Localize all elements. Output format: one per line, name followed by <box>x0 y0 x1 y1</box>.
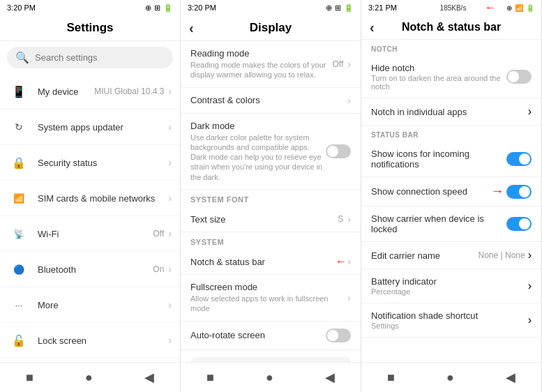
settings-menu-list: 📱 My device MIUI Global 10.4.3 › ↻ Syste… <box>0 74 180 362</box>
wifi-sublabel: Off <box>153 229 165 239</box>
status-icons-3: ⊕ 📶 🔋 <box>506 4 534 12</box>
reading-mode-chevron: › <box>347 59 351 70</box>
nav-square-2[interactable]: ■ <box>206 370 214 385</box>
notch-individual-chevron: › <box>528 105 532 118</box>
show-icons-toggle[interactable] <box>506 152 532 166</box>
nav-back-3[interactable]: ◀ <box>506 370 515 385</box>
display-notch-statusbar[interactable]: Notch & status bar › ← <box>181 249 361 275</box>
nav-square-1[interactable]: ■ <box>26 370 33 385</box>
time-3: 3:21 PM <box>368 3 397 12</box>
menu-item-sysapps[interactable]: ↻ System apps updater › <box>0 110 180 145</box>
menu-item-sim[interactable]: 📶 SIM cards & mobile networks › <box>0 181 180 216</box>
dark-mode-title: Dark mode <box>190 121 326 131</box>
fullscreen-title: Fullscreen mode <box>190 282 347 292</box>
wifi-label: Wi-Fi <box>38 229 153 239</box>
nav-back-2[interactable]: ◀ <box>325 370 335 385</box>
menu-item-security[interactable]: 🔒 Security status › <box>0 145 180 181</box>
shade-shortcut-title: Notification shade shortcut <box>371 310 528 321</box>
connection-speed-toggle[interactable] <box>506 185 532 199</box>
display-panel: 3:20 PM ⊕ ⊞ 🔋 ‹ Display Reading mode Rea… <box>181 0 361 392</box>
menu-item-more[interactable]: ··· More › <box>0 287 180 323</box>
nav-back-1[interactable]: ◀ <box>144 370 154 385</box>
text-size-val: S <box>338 214 343 224</box>
sim-label: SIM cards & mobile networks <box>38 193 168 204</box>
settings-title: Settings <box>0 15 180 41</box>
mydevice-chevron: › <box>168 86 172 97</box>
notch-connection-speed[interactable]: Show connection speed → <box>361 177 541 206</box>
menu-item-lockscreen[interactable]: 🔓 Lock screen › <box>0 323 180 359</box>
display-dark-mode[interactable]: Dark mode Use darker color palette for s… <box>181 114 361 190</box>
mydevice-icon: 📱 <box>8 81 29 102</box>
shade-shortcut-desc: Settings <box>371 322 528 330</box>
reading-mode-val: Off <box>333 59 344 69</box>
status-bar-3: 3:21 PM 185KB/s ← ⊕ 📶 🔋 <box>361 0 541 15</box>
notch-individual-apps[interactable]: Notch in individual apps › <box>361 98 541 126</box>
notch-show-icons[interactable]: Show icons for incoming notifications <box>361 142 541 177</box>
wifi-icon: 📡 <box>8 223 29 244</box>
notch-carrier-locked[interactable]: Show carrier when device is locked <box>361 206 541 242</box>
section-system: SYSTEM <box>181 232 361 249</box>
bluetooth-chevron: › <box>168 264 172 275</box>
reading-mode-desc: Reading mode makes the colors of your di… <box>190 60 333 80</box>
nav-circle-1[interactable]: ● <box>85 370 93 385</box>
sysapps-icon: ↻ <box>8 116 29 137</box>
text-size-title: Text size <box>190 214 338 225</box>
lockscreen-label: Lock screen <box>38 336 168 346</box>
edit-carrier-val: None | None <box>479 250 525 260</box>
mydevice-label: My device <box>38 86 94 97</box>
notch-back-button[interactable]: ‹ <box>370 20 375 36</box>
reading-mode-title: Reading mode <box>190 48 333 59</box>
search-bar[interactable]: 🔍 <box>7 47 173 68</box>
carrier-locked-toggle[interactable] <box>506 217 532 231</box>
wifi-chevron: › <box>168 228 172 239</box>
notch-statusbar-chevron: › <box>347 256 351 267</box>
notch-hide[interactable]: Hide notch Turn on to darken the area ar… <box>361 56 541 98</box>
autorotate-title: Auto-rotate screen <box>190 330 326 340</box>
menu-item-mydevice[interactable]: 📱 My device MIUI Global 10.4.3 › <box>0 74 180 110</box>
search-input[interactable] <box>35 52 165 63</box>
bt-icon-2: ⊕ <box>326 3 332 13</box>
display-text-size[interactable]: Text size S › <box>181 206 361 232</box>
display-fullscreen[interactable]: Fullscreen mode Allow selected apps to w… <box>181 275 361 322</box>
display-autorotate[interactable]: Auto-rotate screen <box>181 322 361 350</box>
notch-edit-carrier[interactable]: Edit carrier name None | None › <box>361 242 541 269</box>
signal-icon: ⊞ <box>154 3 160 13</box>
hide-notch-toggle[interactable] <box>506 70 532 84</box>
notch-battery-indicator[interactable]: Battery indicator Percentage › <box>361 269 541 303</box>
connection-speed-title: Show connection speed <box>371 186 491 197</box>
nav-circle-2[interactable]: ● <box>266 370 273 385</box>
settings-panel: 3:20 PM ⊕ ⊞ 🔋 Settings 🔍 📱 My device MIU… <box>0 0 181 392</box>
display-reading-mode[interactable]: Reading mode Reading mode makes the colo… <box>181 41 361 88</box>
time-2: 3:20 PM <box>188 3 216 12</box>
security-icon: 🔒 <box>8 152 29 173</box>
battery-indicator-chevron: › <box>528 280 532 292</box>
display-header: ‹ Display <box>181 15 361 41</box>
speed-3: 185KB/s <box>440 4 467 12</box>
bottom-nav-2: ■ ● ◀ <box>181 362 361 392</box>
notch-statusbar-title: Notch & status bar <box>190 257 347 267</box>
section-system-font: SYSTEM FONT <box>181 190 361 206</box>
red-arrow-speed: → <box>491 184 504 199</box>
signal-icon-2: ⊞ <box>335 3 341 13</box>
contrast-title: Contrast & colors <box>190 95 347 105</box>
sysapps-chevron: › <box>168 121 172 133</box>
dark-mode-desc: Use darker color palette for system back… <box>190 133 326 182</box>
nav-square-3[interactable]: ■ <box>387 370 395 385</box>
display-contrast[interactable]: Contrast & colors › <box>181 88 361 114</box>
dark-mode-toggle[interactable] <box>326 144 351 158</box>
menu-item-display[interactable]: 🖥 Display › ← <box>0 359 180 362</box>
more-chevron: › <box>168 299 172 310</box>
menu-item-wifi[interactable]: 📡 Wi-Fi Off › <box>0 216 180 252</box>
bt-icon-3: ⊕ <box>506 4 512 12</box>
notch-shade-shortcut[interactable]: Notification shade shortcut Settings › <box>361 303 541 338</box>
autorotate-toggle[interactable] <box>326 329 351 342</box>
hide-notch-desc: Turn on to darken the area around the no… <box>371 74 506 91</box>
status-bar-1: 3:20 PM ⊕ ⊞ 🔋 <box>0 0 180 15</box>
bottom-nav-1: ■ ● ◀ <box>0 362 180 392</box>
more-icon: ··· <box>8 294 29 315</box>
red-arrow-statusbar: ← <box>485 1 496 14</box>
nav-circle-3[interactable]: ● <box>446 370 454 385</box>
display-back-button[interactable]: ‹ <box>189 20 194 36</box>
battery-icon-3: 🔋 <box>526 4 534 12</box>
menu-item-bluetooth[interactable]: 🔵 Bluetooth On › <box>0 252 180 287</box>
